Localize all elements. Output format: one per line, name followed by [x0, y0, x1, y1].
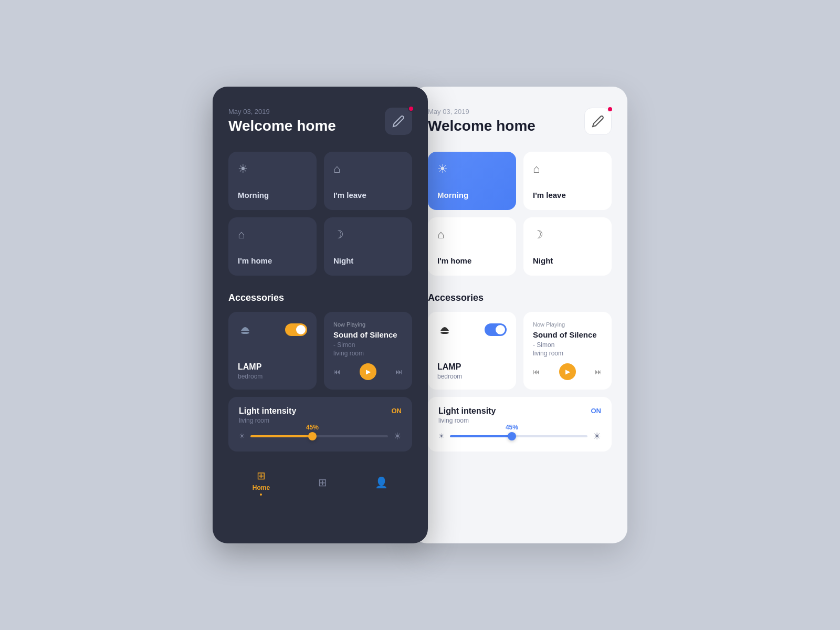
dark-slider-fill	[250, 435, 312, 437]
light-slider-knob[interactable]	[508, 432, 516, 440]
dark-prev-button[interactable]: ⏮	[333, 368, 341, 376]
light-slider-sun-large: ☀	[593, 430, 601, 442]
light-scene-night[interactable]: ☽ Night	[523, 217, 612, 276]
dark-music-info: Now Playing Sound of Silence - Simon liv…	[333, 321, 403, 357]
light-music-info: Now Playing Sound of Silence - Simon liv…	[533, 321, 602, 357]
light-scene-leave[interactable]: ⌂ I'm leave	[523, 152, 612, 210]
light-slider-fill	[450, 435, 512, 437]
dark-play-button[interactable]: ▶	[360, 363, 376, 380]
dark-slider-sun-large: ☀	[393, 430, 402, 442]
light-lamp-icon	[437, 321, 452, 338]
dark-intensity-name: Light intensity	[239, 406, 296, 416]
light-slider-sun-small: ☀	[438, 432, 445, 440]
light-morning-label: Morning	[437, 191, 507, 200]
light-music-card: Now Playing Sound of Silence - Simon liv…	[523, 312, 612, 390]
dark-scene-leave[interactable]: ⌂ I'm leave	[324, 152, 412, 210]
light-intensity-room: living room	[438, 417, 601, 424]
dark-lamp-name: LAMP	[238, 362, 307, 372]
svg-point-0	[241, 332, 249, 334]
light-lamp-top	[437, 321, 507, 338]
light-date: May 03, 2019	[428, 108, 536, 116]
dark-slider-track[interactable]: 45%	[250, 435, 388, 437]
dark-next-button[interactable]: ⏭	[395, 368, 403, 376]
light-intensity-name: Light intensity	[438, 406, 496, 416]
light-music-controls: ⏮ ▶ ⏭	[533, 363, 602, 380]
dark-panel: May 03, 2019 Welcome home ☀ Morning ⌂ I'…	[213, 87, 428, 543]
dark-header: May 03, 2019 Welcome home	[228, 108, 412, 135]
leave-icon: ⌂	[333, 162, 403, 176]
light-notification-badge	[607, 106, 613, 112]
dark-music-title: Sound of Silence	[333, 330, 403, 340]
dark-notification-button[interactable]	[385, 108, 412, 135]
light-prev-button[interactable]: ⏮	[533, 368, 540, 376]
light-accessories-row: LAMP bedroom Now Playing Sound of Silenc…	[428, 312, 612, 390]
dark-home-nav-icon: ⊞	[257, 469, 266, 482]
light-lamp-info: LAMP bedroom	[437, 362, 507, 380]
dark-music-controls: ⏮ ▶ ⏭	[333, 363, 403, 380]
light-accessories-title: Accessories	[428, 292, 612, 303]
light-home-icon: ⌂	[437, 228, 507, 242]
light-music-artist: - Simon	[533, 341, 602, 349]
light-notification-button[interactable]	[584, 108, 612, 135]
dark-title: Welcome home	[228, 118, 336, 134]
dark-grid-nav-icon: ⊞	[318, 476, 327, 489]
dark-nav-home-label: Home	[253, 484, 270, 491]
dark-home-label: I'm home	[238, 256, 307, 265]
light-now-playing-label: Now Playing	[533, 321, 602, 328]
dark-bottom-nav: ⊞ Home ⊞ 👤	[228, 459, 412, 501]
light-music-title: Sound of Silence	[533, 330, 602, 340]
dark-slider-row: ☀ 45% ☀	[239, 430, 402, 442]
dark-intensity-room: living room	[239, 417, 402, 424]
dark-scene-night[interactable]: ☽ Night	[324, 217, 412, 276]
dark-music-card: Now Playing Sound of Silence - Simon liv…	[324, 312, 412, 390]
dark-user-nav-icon: 👤	[375, 476, 388, 489]
dark-lamp-top	[238, 321, 307, 338]
light-sun-icon: ☀	[437, 162, 507, 176]
dark-scene-morning[interactable]: ☀ Morning	[228, 152, 317, 210]
dark-intensity-card: Light intensity ON living room ☀ 45% ☀	[228, 397, 412, 452]
light-intensity-top: Light intensity ON	[438, 406, 601, 416]
light-panel: May 03, 2019 Welcome home ☀ Morning ⌂ I'…	[412, 87, 627, 543]
svg-point-1	[440, 332, 449, 334]
dark-nav-home[interactable]: ⊞ Home	[253, 469, 270, 496]
dark-music-artist: - Simon	[333, 341, 403, 349]
light-play-button[interactable]: ▶	[559, 363, 576, 380]
light-scene-home[interactable]: ⌂ I'm home	[428, 217, 516, 276]
dark-lamp-icon	[238, 321, 253, 338]
light-moon-icon: ☽	[533, 228, 602, 242]
dark-header-text: May 03, 2019 Welcome home	[228, 108, 336, 134]
dark-nav-user[interactable]: 👤	[375, 476, 388, 489]
dark-accessories-title: Accessories	[228, 292, 412, 303]
dark-scene-home[interactable]: ⌂ I'm home	[228, 217, 317, 276]
moon-icon: ☽	[333, 228, 403, 242]
home-icon: ⌂	[238, 228, 307, 242]
dark-morning-label: Morning	[238, 191, 307, 200]
light-home-label: I'm home	[437, 256, 507, 265]
dark-nav-grid[interactable]: ⊞	[318, 476, 327, 489]
light-intensity-card: Light intensity ON living room ☀ 45% ☀	[428, 397, 612, 452]
dark-slider-knob[interactable]	[308, 432, 317, 440]
dark-night-label: Night	[333, 256, 403, 265]
dark-scene-grid: ☀ Morning ⌂ I'm leave ⌂ I'm home ☽ Night	[228, 152, 412, 276]
light-header-text: May 03, 2019 Welcome home	[428, 108, 536, 134]
light-leave-label: I'm leave	[533, 191, 602, 200]
dark-now-playing-label: Now Playing	[333, 321, 403, 328]
dark-intensity-top: Light intensity ON	[239, 406, 402, 416]
light-next-button[interactable]: ⏭	[595, 368, 602, 376]
dark-nav-dot	[260, 494, 262, 496]
sun-icon: ☀	[238, 162, 307, 176]
light-scene-morning[interactable]: ☀ Morning	[428, 152, 516, 210]
light-slider-track[interactable]: 45%	[450, 435, 587, 437]
dark-lamp-toggle[interactable]	[285, 323, 307, 336]
light-slider-row: ☀ 45% ☀	[438, 430, 601, 442]
light-lamp-name: LAMP	[437, 362, 507, 372]
light-lamp-toggle[interactable]	[485, 323, 507, 336]
dark-accessories-row: LAMP bedroom Now Playing Sound of Silenc…	[228, 312, 412, 390]
light-title: Welcome home	[428, 118, 536, 134]
dark-notification-badge	[408, 106, 414, 112]
dark-lamp-card: LAMP bedroom	[228, 312, 317, 390]
light-lamp-card: LAMP bedroom	[428, 312, 516, 390]
light-intensity-status: ON	[591, 407, 602, 415]
dark-lamp-toggle-knob	[296, 325, 306, 334]
dark-intensity-status: ON	[392, 407, 402, 415]
